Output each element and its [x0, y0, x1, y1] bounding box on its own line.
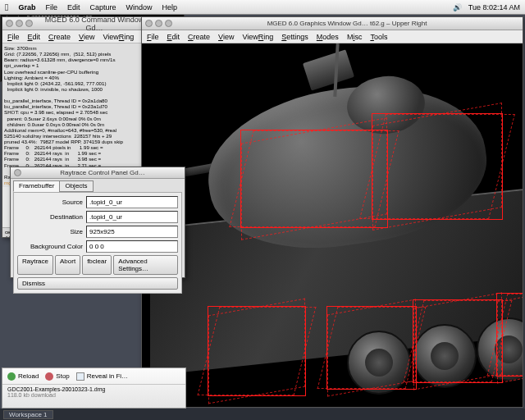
close-icon[interactable] — [6, 20, 13, 27]
gfx-menu-file[interactable]: File — [147, 33, 159, 41]
close-icon[interactable] — [14, 169, 21, 176]
mac-menubar:  Grab File Edit Capture Window Help 🔊 T… — [0, 0, 525, 15]
size-label: Size — [17, 228, 83, 235]
gfx-menu-view[interactable]: View — [218, 33, 234, 41]
tank-model — [142, 43, 523, 407]
raytrace-button[interactable]: Raytrace — [17, 255, 53, 275]
stop-icon — [45, 372, 53, 381]
graphics-menubar: File Edit Create View ViewRing Settings … — [142, 30, 523, 43]
minimize-icon[interactable] — [155, 20, 162, 27]
workspace-bar: Workspace 1 — [0, 409, 525, 420]
zoom-icon[interactable] — [25, 20, 33, 27]
hatch — [303, 49, 354, 90]
gfx-menu-settings[interactable]: Settings — [281, 33, 308, 41]
gfx-menu-tools[interactable]: Tools — [370, 33, 387, 41]
raytrace-tabs: Framebuffer Objects — [11, 179, 185, 192]
zoom-icon[interactable] — [165, 20, 172, 27]
clock[interactable]: Tue 8:02:14 AM — [468, 3, 520, 11]
abort-button[interactable]: Abort — [55, 255, 80, 275]
wireframe-bbox — [496, 293, 523, 377]
graphics-title: MGED 6.0 Graphics Window Gd… t62.g – Upp… — [175, 20, 519, 27]
raytrace-titlebar[interactable]: Raytrace Control Panel Gd… — [11, 167, 185, 179]
gfx-menu-misc[interactable]: Misc — [347, 33, 363, 41]
download-meta: 118.0 kb download — [7, 392, 180, 398]
reveal-button[interactable]: Reveal in Fi… — [76, 372, 128, 381]
tab-framebuffer[interactable]: Framebuffer — [13, 180, 60, 192]
apple-menu-icon[interactable]:  — [5, 2, 8, 13]
advanced-settings-button[interactable]: Advanced Settings… — [113, 255, 178, 275]
gfx-menu-modes[interactable]: Modes — [317, 33, 339, 41]
wireframe-bbox — [372, 113, 503, 220]
bgcolor-field[interactable]: 0 0 0 — [86, 240, 178, 253]
cmd-menu-view[interactable]: View — [79, 33, 94, 41]
cmd-menu-create[interactable]: Create — [48, 33, 71, 41]
destination-field[interactable]: .topid_0_ur — [86, 211, 178, 223]
command-menubar: File Edit Create View ViewRing Settings … — [2, 30, 157, 43]
stop-button[interactable]: Stop — [45, 372, 69, 381]
gfx-menu-create[interactable]: Create — [188, 33, 210, 41]
minimize-icon[interactable] — [16, 20, 23, 27]
gfx-menu-viewring[interactable]: ViewRing — [242, 33, 273, 41]
menu-window[interactable]: Window — [126, 3, 152, 11]
size-field[interactable]: 925x925 — [86, 226, 178, 238]
menu-help[interactable]: Help — [162, 3, 177, 11]
gfx-menu-edit[interactable]: Edit — [167, 33, 180, 41]
cmd-menu-edit[interactable]: Edit — [28, 33, 41, 41]
raytrace-panel: Raytrace Control Panel Gd… Framebuffer O… — [10, 167, 185, 278]
graphics-titlebar[interactable]: MGED 6.0 Graphics Window Gd… t62.g – Upp… — [142, 17, 523, 30]
cmd-menu-viewring[interactable]: ViewRing — [103, 33, 134, 41]
download-filename[interactable]: GDC2001-Examples-20010323-1.dmg — [7, 386, 180, 392]
download-window: Reload Stop Reveal in Fi… GDC2001-Exampl… — [2, 368, 186, 409]
volume-icon[interactable]: 🔊 — [453, 3, 462, 11]
menu-file[interactable]: File — [45, 3, 57, 11]
raytrace-title: Raytrace Control Panel Gd… — [24, 169, 181, 176]
destination-label: Destination — [17, 213, 83, 221]
reload-button[interactable]: Reload — [7, 372, 39, 381]
command-title: MGED 6.0 Command Window Gd… — [35, 16, 153, 32]
fbclear-button[interactable]: fbclear — [82, 255, 112, 275]
menu-capture[interactable]: Capture — [89, 3, 116, 11]
viewport-3d[interactable] — [142, 43, 523, 407]
reload-icon — [7, 372, 16, 381]
dismiss-button[interactable]: Dismiss — [17, 277, 178, 290]
app-name[interactable]: Grab — [18, 3, 35, 11]
workspace-button[interactable]: Workspace 1 — [3, 410, 53, 419]
source-label: Source — [17, 199, 83, 206]
finder-icon — [76, 372, 84, 381]
menu-edit[interactable]: Edit — [67, 3, 80, 11]
source-field[interactable]: .topid_0_ur — [86, 196, 178, 208]
graphics-window: MGED 6.0 Graphics Window Gd… t62.g – Upp… — [141, 16, 523, 408]
tab-objects[interactable]: Objects — [59, 180, 93, 192]
cmd-menu-file[interactable]: File — [7, 33, 20, 41]
command-output[interactable]: Size: 3700mm Grid: (7.22656, 7.22656) mm… — [2, 43, 157, 187]
bgcolor-label: Background Color — [17, 243, 83, 250]
command-titlebar[interactable]: MGED 6.0 Command Window Gd… — [2, 17, 157, 30]
wireframe-bbox — [208, 306, 306, 396]
close-icon[interactable] — [145, 20, 153, 27]
wireframe-bbox — [326, 306, 417, 390]
